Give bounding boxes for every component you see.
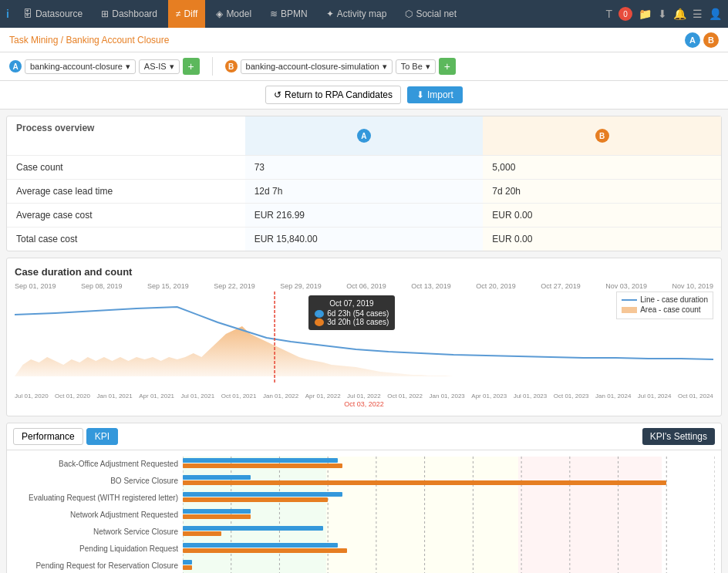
legend-line-item: Line - case duration <box>622 295 708 304</box>
legend-area-item: Area - case count <box>622 305 708 314</box>
timeline-axis-bottom: Jul 01, 2020 Oct 01, 2020 Jan 01, 2021 A… <box>15 393 713 399</box>
dataset-b-select[interactable]: banking-account-closure-simulation ▾ <box>241 59 393 74</box>
chevron-down-icon-4: ▾ <box>426 62 430 72</box>
bar-row: Evaluating Request (WITH registered lett… <box>13 490 715 504</box>
activity-map-icon: ✦ <box>326 8 334 19</box>
bar-label: BO Service Closure <box>13 477 183 485</box>
tab-performance[interactable]: Performance <box>13 428 83 445</box>
nav-model[interactable]: ◈ Model <box>208 0 259 28</box>
nav-dashboard[interactable]: ⊞ Dashboard <box>93 0 165 28</box>
kpi-settings-button[interactable]: KPI's Settings <box>642 428 715 445</box>
row-val-b: 7d 20h <box>483 180 721 203</box>
bar-b <box>183 548 347 553</box>
badge-b-icon: B <box>595 129 609 143</box>
bar-b <box>183 565 192 570</box>
row-label: Case count <box>7 156 245 179</box>
add-filter-b-button[interactable]: + <box>439 58 456 75</box>
row-val-a: 73 <box>245 156 484 179</box>
bar-b <box>183 531 221 536</box>
row-val-a: EUR 216.99 <box>245 204 484 227</box>
bar-area <box>183 492 715 503</box>
view-a-select[interactable]: AS-IS ▾ <box>139 59 180 74</box>
download-icon[interactable]: ⬇ <box>658 8 667 20</box>
counter-badge: 0 <box>618 7 632 21</box>
chevron-down-icon-3: ▾ <box>383 62 387 72</box>
bar-area <box>183 509 715 520</box>
bar-b <box>183 497 328 502</box>
menu-icon[interactable]: ☰ <box>693 8 703 20</box>
breadcrumb-current: Banking Account Closure <box>66 35 169 46</box>
legend-area-label: Area - case count <box>640 305 700 314</box>
import-button[interactable]: ⬇ Import <box>407 86 463 103</box>
nav-datasource[interactable]: 🗄 Datasource <box>15 0 90 28</box>
nav-social-label: Social net <box>416 8 457 19</box>
bar-area <box>183 475 715 486</box>
badge-a-header: A <box>254 123 474 149</box>
legend-line-label: Line - case duration <box>640 295 708 304</box>
bar-label: Network Adjustment Requested <box>13 511 183 519</box>
row-val-b: EUR 0.00 <box>483 228 721 251</box>
bar-row: Back-Office Adjustment Requested <box>13 457 715 470</box>
row-label: Average case lead time <box>7 180 245 203</box>
tooltip-b-badge: B <box>315 319 324 326</box>
folder-icon[interactable]: 📁 <box>639 8 652 20</box>
chart-area[interactable]: Line - case duration Area - case count O… <box>15 292 713 392</box>
app-logo: i <box>6 8 9 20</box>
tab-kpi[interactable]: KPI <box>86 428 118 445</box>
add-filter-a-button[interactable]: + <box>183 58 200 75</box>
import-icon: ⬇ <box>416 89 424 100</box>
breadcrumb-bar: Task Mining / Banking Account Closure A … <box>0 28 728 52</box>
badge-b-header: B <box>492 123 712 149</box>
chart-section: Case duration and count Sep 01, 2019 Sep… <box>6 258 722 416</box>
view-b-select[interactable]: To Be ▾ <box>396 59 436 74</box>
return-rpa-button[interactable]: ↺ Return to RPA Candidates <box>265 86 401 104</box>
breadcrumb-root[interactable]: Task Mining <box>9 35 58 46</box>
toolbar: ↺ Return to RPA Candidates ⬇ Import <box>0 81 728 110</box>
nav-activity-map[interactable]: ✦ Activity map <box>318 0 395 28</box>
overview-row-0: Case count 73 5,000 <box>7 156 721 180</box>
nav-datasource-label: Datasource <box>35 8 83 19</box>
breadcrumb: Task Mining / Banking Account Closure <box>9 35 169 46</box>
area-path <box>15 326 713 376</box>
refresh-icon: ↺ <box>274 89 281 100</box>
bar-label: Back-Office Adjustment Requested <box>13 460 183 468</box>
chart-title: Case duration and count <box>15 266 713 278</box>
nav-dashboard-label: Dashboard <box>112 8 157 19</box>
row-val-b: 5,000 <box>483 156 721 179</box>
user-icon[interactable]: 👤 <box>709 8 722 20</box>
chart-tooltip: Oct 07, 2019 A 6d 23h (54 cases) B 3d 20… <box>308 295 396 330</box>
nav-bpmn[interactable]: ≋ BPMN <box>262 0 315 28</box>
overview-row-2: Average case cost EUR 216.99 EUR 0.00 <box>7 204 721 228</box>
nav-bpmn-label: BPMN <box>281 8 308 19</box>
bar-row: Network Adjustment Requested <box>13 507 715 521</box>
bell-icon[interactable]: 🔔 <box>673 8 686 20</box>
dataset-a-select[interactable]: banking-account-closure ▾ <box>25 59 136 74</box>
bar-a <box>183 492 342 497</box>
nav-diff[interactable]: ≠ Diff <box>168 0 205 28</box>
bar-label: Pending Liquidation Request <box>13 544 183 553</box>
bar-label: Network Service Closure <box>13 527 183 536</box>
tooltip-a-value: 6d 23h (54 cases) <box>327 309 389 318</box>
badge-a-icon: A <box>357 129 371 143</box>
filter-badge-a: A <box>9 60 22 72</box>
bar-a <box>183 526 323 531</box>
bar-b <box>183 463 342 468</box>
bar-a <box>183 475 251 480</box>
nav-social-net[interactable]: ⬡ Social net <box>397 0 464 28</box>
tooltip-date: Oct 07, 2019 <box>315 299 389 308</box>
main-content: Process overview A B Case count 73 5,000… <box>0 110 728 573</box>
row-val-a: 12d 7h <box>245 180 484 203</box>
tooltip-b-value: 3d 20h (18 cases) <box>327 318 389 326</box>
row-label: Average case cost <box>7 204 245 227</box>
bpmn-icon: ≋ <box>270 8 278 19</box>
datasource-icon: 🗄 <box>23 8 32 19</box>
filter-icon[interactable]: T <box>605 8 612 20</box>
row-label: Total case cost <box>7 228 245 251</box>
badge-a: A <box>685 32 700 48</box>
dataset-a-label: banking-account-closure <box>30 62 123 71</box>
nav-activity-label: Activity map <box>337 8 387 19</box>
overview-header-row: Process overview A B <box>7 116 721 156</box>
diff-icon: ≠ <box>176 8 181 19</box>
bar-a <box>183 543 338 548</box>
kpi-tabs: Performance KPI KPI's Settings <box>7 423 721 450</box>
